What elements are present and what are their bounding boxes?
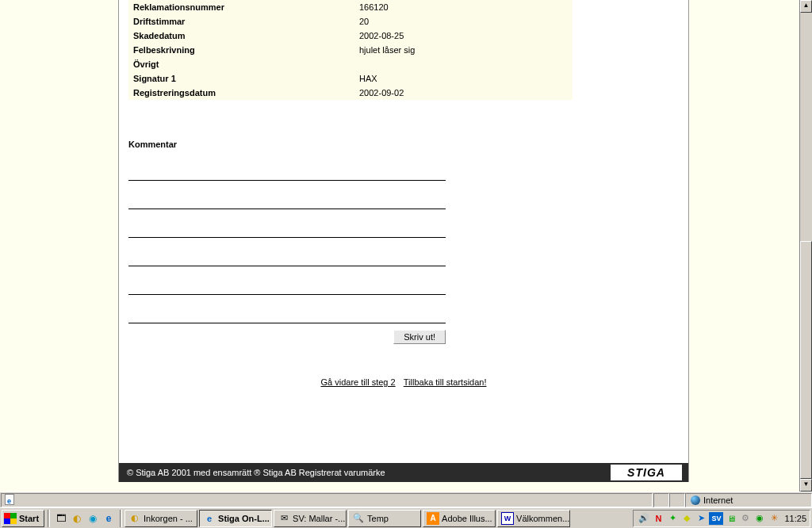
browser-viewport: Reklamationsnummer166120 Driftstimmar20 … — [0, 0, 812, 492]
windows-icon — [4, 513, 17, 524]
status-left — [1, 493, 653, 507]
field-label: Reklamationsnummer — [128, 0, 354, 14]
task-label: Temp — [367, 514, 389, 523]
form-table: Reklamationsnummer166120 Driftstimmar20 … — [128, 0, 573, 100]
tray-icon[interactable]: ✳ — [768, 512, 780, 525]
language-icon[interactable]: SV — [709, 512, 723, 525]
ie-icon: e — [203, 512, 216, 525]
table-row: Signatur 1HAX — [128, 71, 573, 86]
task-label: Inkorgen - ... — [144, 514, 193, 523]
next-step-link[interactable]: Gå vidare till steg 2 — [320, 377, 395, 387]
field-value — [354, 57, 573, 71]
scroll-up-button[interactable]: ▲ — [800, 0, 812, 13]
tray-icon[interactable]: ➤ — [695, 512, 707, 525]
vertical-scrollbar[interactable]: ▲ ▼ — [799, 0, 812, 492]
field-value: 166120 — [354, 0, 573, 14]
comment-section: Kommentar — [128, 140, 688, 323]
separator — [48, 510, 50, 527]
stiga-logo: STIGA — [611, 465, 682, 480]
ie-icon[interactable]: e — [102, 511, 116, 526]
clock[interactable]: 11:25 — [784, 514, 806, 523]
field-value: 2002-08-25 — [354, 29, 573, 43]
quick-launch: 🗔 ◐ ◉ e — [52, 511, 118, 526]
show-desktop-icon[interactable]: 🗔 — [54, 511, 68, 526]
field-label: Driftstimmar — [128, 14, 354, 29]
status-segment — [669, 493, 685, 507]
scroll-down-button[interactable]: ▼ — [800, 479, 812, 492]
task-label: Välkommen... — [516, 514, 569, 523]
task-mallar[interactable]: ✉SV: Mallar -... — [274, 510, 347, 527]
field-value: hjulet låser sig — [354, 43, 573, 57]
norton-icon[interactable]: N — [652, 512, 665, 525]
field-label: Registreringsdatum — [128, 86, 354, 100]
print-row: Skriv ut! — [128, 330, 446, 344]
field-value: HAX — [354, 71, 573, 86]
page-footer: © Stiga AB 2001 med ensamrätt ® Stiga AB… — [119, 463, 688, 482]
field-label: Skadedatum — [128, 29, 354, 43]
envelope-icon: ✉ — [278, 512, 290, 525]
table-row: Reklamationsnummer166120 — [128, 0, 573, 14]
task-stiga[interactable]: eStiga On-L... — [199, 510, 272, 527]
scroll-thumb[interactable] — [800, 241, 812, 479]
volume-icon[interactable]: 🔊 — [638, 512, 650, 525]
comment-line[interactable] — [128, 216, 446, 238]
start-button[interactable]: Start — [2, 510, 44, 527]
explorer-icon: 🔍 — [352, 512, 365, 525]
separator — [120, 510, 122, 527]
comment-label: Kommentar — [128, 140, 688, 149]
copyright-text: © Stiga AB 2001 med ensamrätt ® Stiga AB… — [127, 468, 385, 477]
table-row: Övrigt — [128, 57, 573, 71]
task-illustrator[interactable]: AAdobe Illus... — [423, 510, 496, 527]
task-word[interactable]: WVälkommen... — [497, 510, 570, 527]
globe-icon — [691, 495, 700, 505]
tray-icon[interactable]: ◉ — [753, 512, 766, 525]
tray-icon[interactable]: ✦ — [666, 512, 679, 525]
field-value: 2002-09-02 — [354, 86, 573, 100]
page-icon — [5, 494, 14, 505]
zone-label: Internet — [703, 494, 733, 507]
task-label: Adobe Illus... — [442, 514, 492, 523]
nav-links: Gå vidare till steg 2 Tillbaka till star… — [119, 377, 688, 387]
comment-line[interactable] — [128, 187, 446, 209]
taskbar: Start 🗔 ◐ ◉ e ◐Inkorgen - ... eStiga On-… — [0, 507, 812, 528]
system-tray: 🔊 N ✦ ◆ ➤ SV 🖥 ⚙ ◉ ✳ 11:25 — [633, 510, 810, 527]
outlook-icon[interactable]: ◐ — [70, 511, 84, 526]
browser-statusbar: Internet — [0, 492, 812, 507]
table-row: Skadedatum2002-08-25 — [128, 29, 573, 43]
illustrator-icon: A — [427, 512, 439, 525]
tray-icon[interactable]: 🖥 — [725, 512, 737, 525]
comment-line[interactable] — [128, 159, 446, 181]
msn-icon[interactable]: ◉ — [86, 511, 100, 526]
status-segment — [653, 493, 669, 507]
home-link[interactable]: Tillbaka till startsidan! — [404, 377, 487, 387]
task-temp[interactable]: 🔍Temp — [348, 510, 421, 527]
task-label: SV: Mallar -... — [293, 514, 345, 523]
field-value: 20 — [354, 14, 573, 29]
field-label: Felbeskrivning — [128, 43, 354, 57]
comment-line[interactable] — [128, 273, 446, 295]
table-row: Driftstimmar20 — [128, 14, 573, 29]
security-zone: Internet — [685, 493, 812, 507]
table-row: Felbeskrivninghjulet låser sig — [128, 43, 573, 57]
print-button[interactable]: Skriv ut! — [393, 330, 446, 344]
word-icon: W — [501, 512, 514, 525]
table-row: Registreringsdatum2002-09-02 — [128, 86, 573, 100]
field-label: Signatur 1 — [128, 71, 354, 86]
comment-line[interactable] — [128, 244, 446, 266]
task-label: Stiga On-L... — [218, 514, 270, 523]
page-content: Reklamationsnummer166120 Driftstimmar20 … — [118, 0, 689, 482]
task-inkorgen[interactable]: ◐Inkorgen - ... — [124, 510, 197, 527]
mail-icon: ◐ — [128, 512, 141, 525]
tray-icon[interactable]: ⚙ — [739, 512, 752, 525]
field-label: Övrigt — [128, 57, 354, 71]
comment-line[interactable] — [128, 301, 446, 323]
start-label: Start — [19, 514, 39, 523]
tray-icon[interactable]: ◆ — [680, 512, 693, 525]
